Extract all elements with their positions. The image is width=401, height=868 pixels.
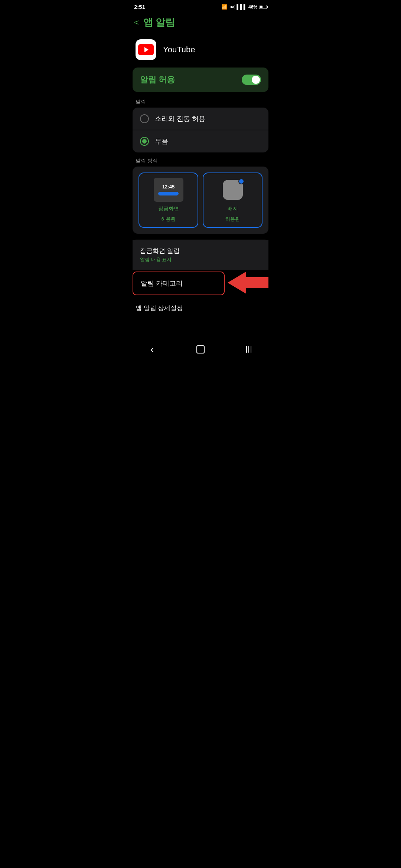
method-card: 12:45 잠금화면 허용됨 배지 허용됨	[133, 167, 268, 234]
toggle-knob	[252, 76, 260, 84]
badge-preview	[223, 180, 243, 200]
lock-bar-wrap	[158, 192, 179, 195]
allow-notification-label: 알림 허용	[140, 74, 175, 85]
badge-preview-wrap	[218, 178, 248, 202]
badge-method-sub: 허용됨	[225, 216, 240, 223]
method-section-label: 알림 방식	[128, 152, 273, 167]
alert-type-card: 소리와 진동 허용 무음	[133, 108, 268, 152]
lockscreen-method-title: 잠금화면	[158, 206, 179, 212]
battery-percent: 46%	[248, 4, 257, 10]
lockscreen-preview: 12:45	[154, 178, 183, 202]
hd-badge: HD	[229, 5, 235, 9]
status-time: 2:51	[134, 4, 145, 10]
allow-notification-row[interactable]: 알림 허용	[133, 68, 268, 92]
nav-home-button[interactable]	[193, 342, 208, 357]
nav-back-button[interactable]: ‹	[145, 342, 160, 357]
battery-fill	[260, 6, 263, 8]
lockscreen-alert-section: 잠금화면 알림 알림 내용 표시	[133, 240, 268, 270]
allow-notification-toggle[interactable]	[242, 75, 261, 85]
lockscreen-alert-item[interactable]: 잠금화면 알림 알림 내용 표시	[133, 240, 268, 270]
badge-dot	[238, 178, 244, 184]
radio-sound-circle	[140, 114, 149, 123]
detail-item[interactable]: 앱 알림 상세설정	[133, 297, 268, 319]
nav-home-icon	[196, 345, 205, 354]
category-label: 알림 카테고리	[141, 279, 183, 288]
lockscreen-alert-title: 잠금화면 알림	[140, 247, 261, 255]
category-row-wrap: 알림 카테고리	[133, 270, 268, 297]
category-item[interactable]: 알림 카테고리	[133, 272, 225, 295]
status-bar: 2:51 📶 HD ▌▌▌ 46%	[128, 0, 273, 11]
radio-mute-row[interactable]: 무음	[133, 130, 268, 152]
radio-sound-row[interactable]: 소리와 진동 허용	[133, 108, 268, 130]
wifi-icon: 📶	[221, 4, 227, 10]
radio-mute-label: 무음	[155, 137, 168, 146]
radio-sound-label: 소리와 진동 허용	[155, 114, 205, 123]
lockscreen-method-sub: 허용됨	[161, 216, 176, 223]
app-row: YouTube	[128, 36, 273, 68]
signal-bars: ▌▌▌	[237, 4, 247, 10]
alert-section-label: 알림	[128, 93, 273, 108]
nav-recents-icon	[246, 346, 251, 353]
battery-icon	[259, 5, 267, 9]
back-button[interactable]: <	[134, 18, 139, 27]
header: < 앱 알림	[128, 11, 273, 36]
app-name: YouTube	[163, 45, 195, 55]
page-title: 앱 알림	[143, 16, 175, 29]
nav-recents-button[interactable]	[241, 342, 256, 357]
svg-marker-0	[228, 272, 268, 294]
red-arrow-icon	[228, 272, 268, 295]
radio-mute-circle	[140, 137, 149, 146]
badge-method-title: 배지	[228, 206, 238, 212]
lockscreen-alert-sub: 알림 내용 표시	[140, 256, 261, 263]
youtube-play-icon	[144, 47, 149, 52]
badge-method-item[interactable]: 배지 허용됨	[203, 172, 263, 228]
lock-time: 12:45	[162, 184, 175, 190]
lock-bar	[158, 192, 179, 195]
radio-mute-dot	[142, 139, 147, 144]
lockscreen-method-item[interactable]: 12:45 잠금화면 허용됨	[138, 172, 198, 228]
detail-section: 앱 알림 상세설정	[133, 297, 268, 319]
youtube-logo	[138, 44, 154, 55]
detail-label: 앱 알림 상세설정	[136, 305, 183, 312]
nav-bar: ‹	[128, 338, 273, 364]
status-right: 📶 HD ▌▌▌ 46%	[221, 4, 267, 10]
app-icon	[136, 39, 156, 60]
